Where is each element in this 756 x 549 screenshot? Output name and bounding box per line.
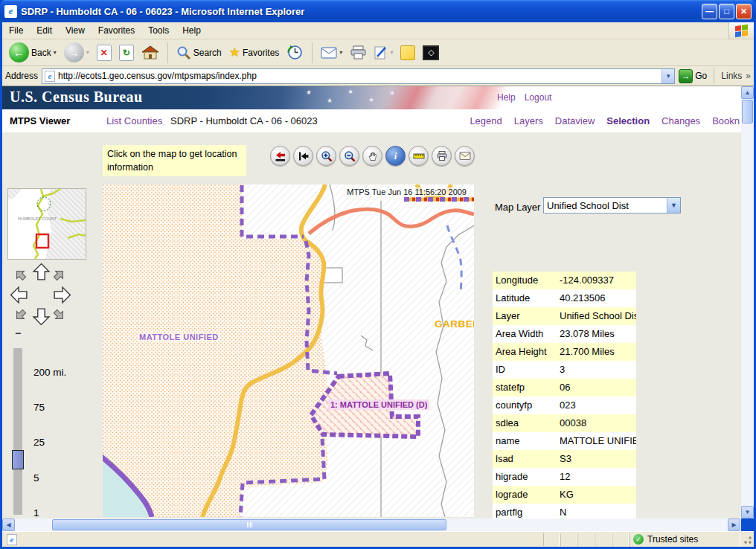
vertical-scrollbar[interactable]: ▲ ▼ [741,86,754,518]
print-button[interactable] [347,44,369,61]
refresh-icon: ↻ [119,45,134,61]
minimize-icon[interactable]: — [702,4,717,19]
links-chevron-icon[interactable]: » [746,71,751,81]
go-button[interactable]: → Go [679,69,707,83]
status-pane [595,533,612,546]
forward-button[interactable]: → ▾ [62,41,92,64]
zoom-slider-track[interactable] [13,348,22,515]
logout-link[interactable]: Logout [525,92,552,103]
nav-link-selection[interactable]: Selection [606,115,650,126]
context-title: SDRP - Humboldt CA - 06 - 06023 [170,115,318,126]
email-map-icon[interactable] [455,146,475,166]
notes-button[interactable] [398,44,417,62]
ie-app-icon: e [4,5,17,18]
menubar: File Edit View Favorites Tools Help [2,22,754,39]
close-icon[interactable]: ✕ [736,4,752,19]
zoom-full-extent-icon[interactable] [270,146,290,166]
pan-arrow-ne[interactable] [52,268,66,282]
zoom-out-minus[interactable]: − [15,327,21,339]
nav-link-bookmark[interactable]: Bookn [712,115,740,126]
search-label: Search [193,48,222,58]
scale-label-75: 75 [33,402,45,413]
address-input[interactable]: e http://ecots1.geo.census.gov/mtpsmaps/… [42,68,675,84]
discuss-button[interactable]: ◇ [420,44,441,62]
scroll-up-icon[interactable]: ▲ [741,86,754,99]
overview-map[interactable]: HUMBOLDT COUNT [7,188,86,260]
titlebar[interactable]: e SDRP - Humboldt CA - 06 - 06023 - Micr… [0,0,756,22]
table-row: Longitude-124.009337 [493,272,636,289]
mail-dropdown-icon[interactable]: ▾ [339,49,342,56]
edit-dropdown-icon[interactable]: ▾ [390,49,393,56]
measure-ruler-icon[interactable] [409,146,429,166]
edit-button[interactable]: ▾ [372,44,395,62]
scroll-down-icon[interactable]: ▼ [741,506,754,518]
scroll-left-icon[interactable]: ◀ [2,518,15,531]
pan-arrow-sw[interactable] [13,308,28,322]
menu-help[interactable]: Help [176,23,208,38]
vertical-scroll-thumb[interactable] [742,100,753,123]
maximize-icon[interactable]: □ [719,4,734,19]
address-divider [714,68,714,83]
nav-link-layers[interactable]: Layers [514,115,543,126]
stop-button[interactable]: ✕ [94,43,114,62]
favorites-button[interactable]: ★ Favorites [227,43,282,62]
nav-link-legend[interactable]: Legend [470,115,502,126]
zoom-in-icon[interactable] [316,146,336,166]
place-label-garberville: GARBER [435,318,474,330]
mail-button[interactable]: ▾ [318,45,345,60]
horizontal-scrollbar[interactable]: ◀ ▶ [2,518,741,531]
resize-grip[interactable] [743,536,752,545]
home-icon [141,45,159,61]
print-map-icon[interactable] [432,146,452,166]
horizontal-scroll-thumb[interactable] [52,519,446,530]
chevron-down-icon[interactable]: ▼ [667,198,680,213]
pan-arrow-n[interactable] [31,262,51,282]
refresh-button[interactable]: ↻ [117,43,136,62]
pan-arrow-s[interactable] [31,306,51,327]
pan-hand-icon[interactable] [362,146,382,166]
print-icon [350,45,367,60]
address-url[interactable]: http://ecots1.geo.census.gov/mtpsmaps/in… [58,71,659,81]
table-row: partflgN [493,504,636,518]
zoom-slider-thumb[interactable] [12,450,24,469]
links-label[interactable]: Links [721,71,742,81]
district-label: MATTOLE UNIFIED [138,333,220,341]
pan-arrow-w[interactable] [9,285,29,305]
menu-file[interactable]: File [2,23,30,38]
menu-favorites[interactable]: Favorites [92,23,141,38]
address-dropdown-icon[interactable]: ▼ [662,69,674,83]
table-row: Latitude40.213506 [493,289,636,307]
forward-dropdown-icon[interactable]: ▾ [86,49,89,56]
help-link[interactable]: Help [497,92,516,103]
identify-info-icon[interactable]: i [385,146,406,166]
nav-link-changes[interactable]: Changes [662,115,700,126]
nav-link-dataview[interactable]: Dataview [555,115,595,126]
map-instruction-box: Click on the map to get location informa… [103,145,246,176]
pan-arrow-se[interactable] [52,308,66,322]
menu-view[interactable]: View [59,23,92,38]
page-viewport: ★ ★ ★ ★ ★ U.S. Census Bureau Help Logout… [2,86,754,518]
back-label: Back [31,48,51,58]
zoom-out-icon[interactable] [339,146,359,166]
census-bureau-title: U.S. Census Bureau [10,89,143,106]
menu-edit[interactable]: Edit [30,23,59,38]
map-layer-select[interactable]: Unified School Dist ▼ [543,197,681,214]
scroll-right-icon[interactable]: ▶ [728,518,740,531]
table-row: Area Width23.078 Miles [493,325,636,343]
menu-tools[interactable]: Tools [141,23,176,38]
home-button[interactable] [139,43,161,62]
list-counties-link[interactable]: List Counties [106,115,162,126]
previous-extent-icon[interactable] [293,146,313,166]
table-row: countyfp023 [493,396,636,414]
favorites-icon: ★ [229,45,240,60]
browser-toolbar: ← Back ▾ → ▾ ✕ ↻ Search ★ Favori [2,39,754,66]
pan-arrow-e[interactable] [52,285,72,305]
pan-arrow-nw[interactable] [13,268,28,282]
back-button[interactable]: ← Back ▾ [7,41,59,64]
flag-star-icon: ★ [347,88,353,95]
back-dropdown-icon[interactable]: ▾ [54,49,57,56]
trusted-check-icon: ✓ [633,534,644,545]
search-button[interactable]: Search [174,44,224,62]
history-button[interactable] [284,42,306,62]
map-canvas[interactable]: MTPS Tue Jun 16 11:56:20 2009 MATTOLE UN… [103,184,474,517]
